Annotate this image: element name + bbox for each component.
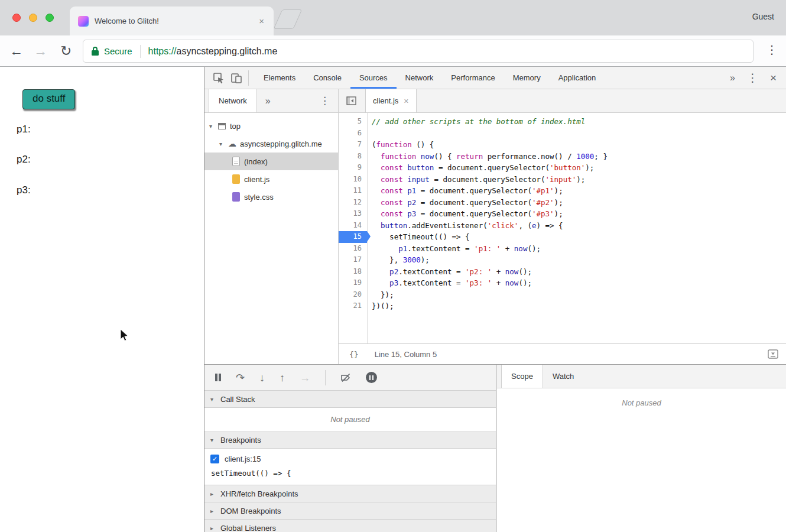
line-number[interactable]: 10 [339, 174, 367, 186]
breakpoint-entry[interactable]: ✓ client.js:15 setTimeout(() => { [204, 449, 496, 485]
line-number[interactable]: 12 [339, 197, 367, 209]
pause-script-icon[interactable] [215, 374, 221, 381]
zoom-window-button[interactable] [46, 14, 54, 22]
tab-sources[interactable]: Sources [350, 67, 397, 89]
code-line[interactable]: // add other scripts at the bottom of in… [372, 116, 786, 128]
editor-tab-clientjs[interactable]: client.js × [365, 89, 417, 112]
tree-item-stylecss[interactable]: style.css [204, 188, 338, 206]
sidebar-tab-network[interactable]: Network [209, 89, 257, 112]
code-line[interactable]: }, 3000); [372, 254, 786, 266]
chevron-expanded-icon[interactable]: ▾ [219, 141, 228, 147]
deactivate-breakpoints-icon[interactable] [340, 373, 351, 382]
page-content: do stuff p1: p2: p3: [0, 67, 204, 532]
cloud-icon: ☁ [228, 139, 236, 148]
tree-item-index[interactable]: (index) [204, 153, 338, 170]
reload-icon[interactable]: ↻ [60, 41, 72, 60]
chevron-expanded-icon[interactable]: ▾ [209, 123, 218, 129]
tab-console[interactable]: Console [304, 67, 350, 89]
tab-scope[interactable]: Scope [501, 365, 543, 388]
code-line[interactable]: })(); [372, 300, 786, 312]
breakpoint-checkbox[interactable]: ✓ [210, 455, 219, 463]
tab-performance[interactable]: Performance [442, 67, 504, 89]
devtools-panel: Elements Console Sources Network Perform… [204, 67, 786, 532]
code-line[interactable]: p1.textContent = 'p1: ' + now(); [372, 243, 786, 255]
browser-menu-icon[interactable]: ⋮ [766, 43, 778, 57]
tab-elements[interactable]: Elements [255, 67, 304, 89]
collapse-navigator-icon[interactable] [346, 96, 356, 105]
line-number[interactable]: 13 [339, 208, 367, 220]
device-toolbar-icon[interactable] [230, 72, 242, 84]
xhr-breakpoints-section-header[interactable]: ▸ XHR/fetch Breakpoints [204, 485, 496, 502]
call-stack-empty-message: Not paused [204, 408, 496, 432]
code-line[interactable]: const input = document.querySelector('in… [372, 174, 786, 186]
debugger-toolbar: ↷ ↓ ↑ → [204, 365, 496, 391]
document-file-icon [232, 157, 240, 166]
line-number[interactable]: 14 [339, 220, 367, 232]
tree-item-top[interactable]: ▾ top [204, 117, 338, 135]
code-line[interactable]: const p2 = document.querySelector('#p2')… [372, 197, 786, 209]
breakpoint-line-number[interactable]: 15 [339, 231, 367, 243]
pause-on-exceptions-icon[interactable] [366, 372, 377, 383]
code-line[interactable]: setTimeout(() => { [372, 231, 786, 243]
omnibox[interactable]: Secure https://asyncstepping.glitch.me [83, 40, 753, 63]
tree-item-clientjs[interactable]: client.js [204, 170, 338, 188]
line-number-gutter[interactable]: 56789101112131415161718192021 [339, 113, 367, 343]
line-number[interactable]: 19 [339, 277, 367, 289]
inspect-element-icon[interactable] [213, 72, 225, 84]
back-icon[interactable]: ← [9, 41, 23, 60]
section-title: Call Stack [220, 395, 255, 404]
devtools-close-icon[interactable]: × [770, 72, 777, 85]
do-stuff-button[interactable]: do stuff [22, 89, 75, 109]
line-number[interactable]: 20 [339, 289, 367, 301]
line-number[interactable]: 17 [339, 254, 367, 266]
tab-close-icon[interactable]: × [258, 16, 265, 26]
devtools-menu-icon[interactable]: ⋮ [747, 71, 758, 85]
code-editor[interactable]: 56789101112131415161718192021 // add oth… [339, 113, 786, 343]
new-tab-button[interactable] [274, 9, 303, 29]
step-over-icon[interactable]: ↷ [236, 372, 245, 383]
code-line[interactable]: }); [372, 289, 786, 301]
line-number[interactable]: 21 [339, 300, 367, 312]
step-into-icon[interactable]: ↓ [259, 372, 265, 383]
code-line[interactable]: p3.textContent = 'p3: ' + now(); [372, 277, 786, 289]
line-number[interactable]: 9 [339, 162, 367, 174]
tab-memory[interactable]: Memory [504, 67, 550, 89]
more-tabs-icon[interactable]: » [730, 73, 735, 83]
code-line[interactable] [372, 128, 786, 140]
call-stack-section-header[interactable]: ▾ Call Stack [204, 391, 496, 408]
sidebar-toggle-icon[interactable] [768, 349, 778, 359]
editor-tab-close-icon[interactable]: × [404, 96, 408, 106]
browser-tab[interactable]: Welcome to Glitch! × [70, 7, 274, 35]
pretty-print-icon[interactable]: {} [349, 350, 359, 359]
line-number[interactable]: 18 [339, 266, 367, 278]
close-window-button[interactable] [12, 14, 21, 22]
code-line[interactable]: const button = document.querySelector('b… [372, 162, 786, 174]
code-line[interactable]: function now() { return performance.now(… [372, 151, 786, 163]
browser-window: Welcome to Glitch! × Guest ← → ↻ Secure … [0, 0, 786, 532]
tab-application[interactable]: Application [550, 67, 605, 89]
line-number[interactable]: 5 [339, 116, 367, 128]
tab-watch[interactable]: Watch [543, 365, 583, 388]
sidebar-menu-icon[interactable]: ⋮ [320, 95, 338, 107]
profile-name[interactable]: Guest [752, 12, 774, 21]
code-line[interactable]: const p1 = document.querySelector('#p1')… [372, 185, 786, 197]
step-out-icon[interactable]: ↑ [280, 372, 285, 383]
code-line[interactable]: const p3 = document.querySelector('#p3')… [372, 208, 786, 220]
code-line[interactable]: button.addEventListener('click', (e) => … [372, 220, 786, 232]
line-number[interactable]: 8 [339, 151, 367, 163]
global-listeners-section-header[interactable]: ▸ Global Listeners [204, 520, 496, 532]
code-area[interactable]: // add other scripts at the bottom of in… [367, 113, 786, 343]
tree-item-origin[interactable]: ▾ ☁ asyncstepping.glitch.me [204, 135, 338, 153]
line-number[interactable]: 11 [339, 185, 367, 197]
sidebar-more-tabs-icon[interactable]: » [265, 96, 271, 106]
editor-tab-label: client.js [373, 96, 398, 105]
tab-network[interactable]: Network [397, 67, 443, 89]
code-line[interactable]: p2.textContent = 'p2: ' + now(); [372, 266, 786, 278]
line-number[interactable]: 7 [339, 139, 367, 151]
line-number[interactable]: 16 [339, 243, 367, 255]
code-line[interactable]: (function () { [372, 139, 786, 151]
dom-breakpoints-section-header[interactable]: ▸ DOM Breakpoints [204, 502, 496, 520]
line-number[interactable]: 6 [339, 128, 367, 140]
breakpoints-section-header[interactable]: ▾ Breakpoints [204, 432, 496, 449]
minimize-window-button[interactable] [29, 14, 37, 22]
